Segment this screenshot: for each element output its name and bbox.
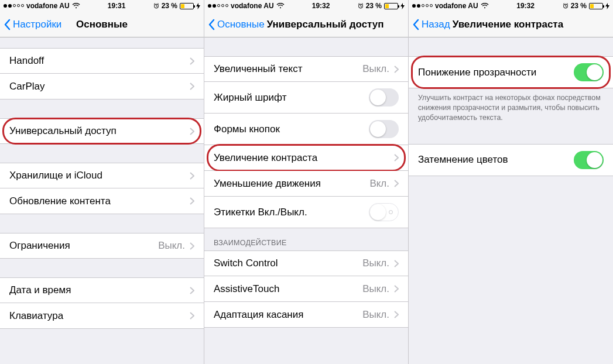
nav-bar: Настройки Основные bbox=[0, 12, 204, 37]
settings-cell[interactable]: Switch Control Выкл. bbox=[204, 250, 408, 276]
charging-icon bbox=[400, 3, 405, 9]
status-time: 19:31 bbox=[108, 2, 126, 10]
carrier-label: vodafone AU bbox=[231, 2, 274, 10]
settings-cell[interactable]: Ограничения Выкл. bbox=[0, 233, 204, 259]
toggle-switch[interactable] bbox=[574, 151, 604, 169]
section-header: ВЗАИМОДЕЙСТВИЕ bbox=[204, 228, 408, 250]
battery-pct: 23 % bbox=[366, 2, 382, 10]
battery-icon bbox=[589, 3, 603, 9]
status-bar: vodafone AU 19:32 23 % bbox=[204, 0, 408, 12]
signal-dots-icon bbox=[4, 4, 24, 8]
settings-cell[interactable]: CarPlay bbox=[0, 74, 204, 99]
cell-label: Дата и время bbox=[9, 284, 190, 296]
settings-pane-1: vodafone AU 19:32 23 % Основные Универса… bbox=[204, 0, 409, 364]
toggle-switch[interactable] bbox=[369, 203, 399, 221]
chevron-right-icon bbox=[394, 66, 399, 73]
charging-icon bbox=[196, 3, 200, 9]
cell-detail: Вкл. bbox=[369, 178, 389, 190]
cell-detail: Выкл. bbox=[158, 240, 185, 252]
alarm-icon bbox=[358, 3, 364, 9]
nav-title: Универсальный доступ bbox=[267, 19, 405, 30]
settings-list[interactable]: Увеличенный текст Выкл. Жирный шрифт Фор… bbox=[204, 37, 408, 364]
chevron-right-icon bbox=[190, 197, 194, 205]
chevron-right-icon bbox=[190, 287, 194, 294]
battery-icon bbox=[180, 3, 194, 9]
carrier-label: vodafone AU bbox=[26, 2, 70, 10]
cell-label: AssistiveTouch bbox=[214, 283, 362, 295]
settings-cell[interactable]: Увеличение контраста bbox=[204, 145, 408, 171]
cell-label: Увеличенный текст bbox=[214, 63, 362, 75]
cell-label: Жирный шрифт bbox=[214, 92, 369, 104]
back-label: Настройки bbox=[13, 19, 61, 30]
toggle-switch[interactable] bbox=[369, 88, 399, 107]
signal-dots-icon bbox=[208, 4, 228, 8]
back-label: Основные bbox=[217, 19, 265, 30]
settings-cell[interactable]: AssistiveTouch Выкл. bbox=[204, 276, 408, 302]
cell-label: Увеличение контраста bbox=[214, 152, 394, 164]
settings-cell[interactable]: Затемнение цветов bbox=[409, 144, 613, 176]
cell-label: Handoff bbox=[9, 55, 190, 67]
settings-cell[interactable]: Дата и время bbox=[0, 277, 204, 303]
wifi-icon bbox=[72, 3, 80, 9]
settings-list[interactable]: Handoff CarPlay Универсальный доступ Хра… bbox=[0, 37, 204, 364]
chevron-left-icon bbox=[4, 19, 11, 30]
status-time: 19:32 bbox=[312, 2, 330, 10]
cell-label: Уменьшение движения bbox=[214, 178, 369, 190]
charging-icon bbox=[605, 3, 609, 9]
cell-label: Обновление контента bbox=[9, 195, 190, 207]
settings-cell[interactable]: Клавиатура bbox=[0, 303, 204, 329]
toggle-switch[interactable] bbox=[369, 120, 399, 138]
battery-pct: 23 % bbox=[162, 2, 177, 10]
settings-cell[interactable]: Адаптация касания Выкл. bbox=[204, 302, 408, 328]
chevron-right-icon bbox=[190, 83, 194, 90]
cell-label: Switch Control bbox=[214, 257, 362, 269]
cell-label: Понижение прозрачности bbox=[418, 67, 574, 78]
cell-label: Универсальный доступ bbox=[9, 125, 190, 137]
settings-cell[interactable]: Жирный шрифт bbox=[204, 82, 408, 114]
settings-pane-2: vodafone AU 19:32 23 % Назад Увеличение … bbox=[409, 0, 613, 364]
signal-dots-icon bbox=[412, 4, 433, 8]
cell-label: Клавиатура bbox=[9, 310, 190, 322]
settings-cell[interactable]: Понижение прозрачности bbox=[409, 56, 613, 88]
back-label: Назад bbox=[422, 19, 450, 30]
cell-label: CarPlay bbox=[9, 81, 190, 92]
settings-list[interactable]: Понижение прозрачности Улучшить контраст… bbox=[409, 37, 613, 364]
carrier-label: vodafone AU bbox=[435, 2, 478, 10]
back-button[interactable]: Назад bbox=[412, 19, 450, 30]
chevron-left-icon bbox=[208, 19, 215, 30]
status-bar: vodafone AU 19:32 23 % bbox=[409, 0, 613, 12]
cell-label: Затемнение цветов bbox=[418, 154, 574, 166]
settings-pane-0: vodafone AU 19:31 23 % Настройки Основны… bbox=[0, 0, 204, 364]
settings-cell[interactable]: Уменьшение движения Вкл. bbox=[204, 171, 408, 197]
settings-cell[interactable]: Универсальный доступ bbox=[0, 118, 204, 144]
nav-title: Увеличение контраста bbox=[453, 19, 609, 30]
cell-label: Адаптация касания bbox=[214, 309, 362, 321]
back-button[interactable]: Настройки bbox=[4, 19, 61, 30]
chevron-right-icon bbox=[394, 285, 399, 293]
cell-label: Этикетки Вкл./Выкл. bbox=[214, 207, 369, 218]
settings-cell[interactable]: Этикетки Вкл./Выкл. bbox=[204, 197, 408, 228]
chevron-right-icon bbox=[190, 242, 194, 250]
cell-detail: Выкл. bbox=[362, 283, 389, 295]
battery-pct: 23 % bbox=[571, 2, 587, 10]
chevron-right-icon bbox=[190, 312, 194, 320]
back-button[interactable]: Основные bbox=[208, 19, 265, 30]
cell-detail: Выкл. bbox=[362, 257, 389, 269]
alarm-icon bbox=[563, 3, 569, 9]
status-bar: vodafone AU 19:31 23 % bbox=[0, 0, 204, 12]
settings-cell[interactable]: Обновление контента bbox=[0, 188, 204, 214]
settings-cell[interactable]: Handoff bbox=[0, 48, 204, 74]
chevron-right-icon bbox=[394, 311, 399, 318]
settings-cell[interactable]: Увеличенный текст Выкл. bbox=[204, 56, 408, 82]
cell-label: Ограничения bbox=[9, 240, 158, 252]
wifi-icon bbox=[276, 3, 285, 9]
battery-icon bbox=[384, 3, 398, 9]
nav-bar: Основные Универсальный доступ bbox=[204, 12, 408, 37]
cell-detail: Выкл. bbox=[362, 63, 389, 75]
settings-cell[interactable]: Хранилище и iCloud bbox=[0, 163, 204, 188]
chevron-right-icon bbox=[394, 154, 399, 162]
settings-cell[interactable]: Формы кнопок bbox=[204, 114, 408, 145]
toggle-switch[interactable] bbox=[574, 63, 604, 81]
chevron-right-icon bbox=[190, 172, 194, 180]
chevron-left-icon bbox=[412, 19, 419, 30]
